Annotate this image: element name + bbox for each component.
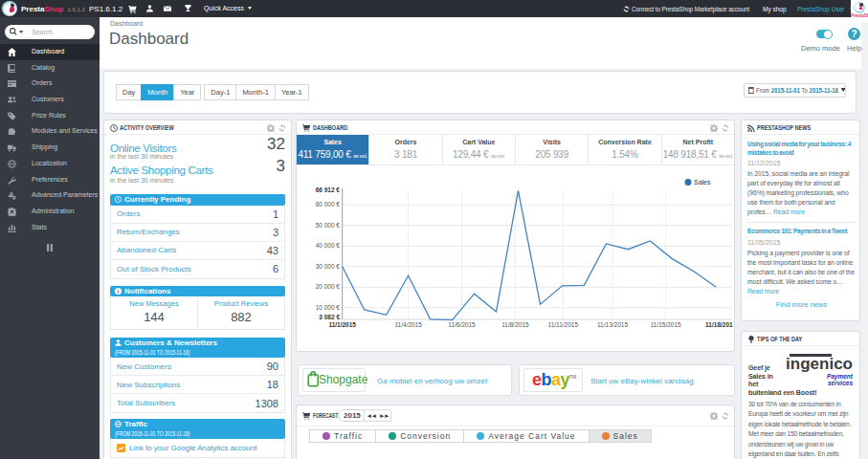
svg-text:50 000 €: 50 000 €: [316, 222, 341, 229]
svg-text:11/13/2015: 11/13/2015: [597, 321, 628, 328]
svg-text:11/18/201: 11/18/201: [705, 321, 733, 328]
svg-text:Sales: Sales: [694, 179, 711, 186]
svg-text:11/15/2015: 11/15/2015: [651, 321, 681, 328]
svg-text:60 000 €: 60 000 €: [316, 201, 341, 208]
svg-text:40 000 €: 40 000 €: [316, 242, 341, 249]
svg-text:11/4/2015: 11/4/2015: [394, 321, 422, 328]
svg-text:20 000 €: 20 000 €: [316, 283, 341, 290]
svg-text:11/8/2015: 11/8/2015: [501, 321, 529, 328]
svg-text:3 082 €: 3 082 €: [319, 314, 340, 320]
svg-text:10 000 €: 10 000 €: [316, 304, 341, 311]
svg-text:30 000 €: 30 000 €: [316, 263, 341, 270]
svg-text:11/6/2015: 11/6/2015: [448, 321, 476, 328]
svg-text:66 912 €: 66 912 €: [316, 186, 341, 193]
svg-text:11/1/2015: 11/1/2015: [328, 321, 356, 328]
svg-text:11/11/2015: 11/11/2015: [548, 321, 579, 328]
